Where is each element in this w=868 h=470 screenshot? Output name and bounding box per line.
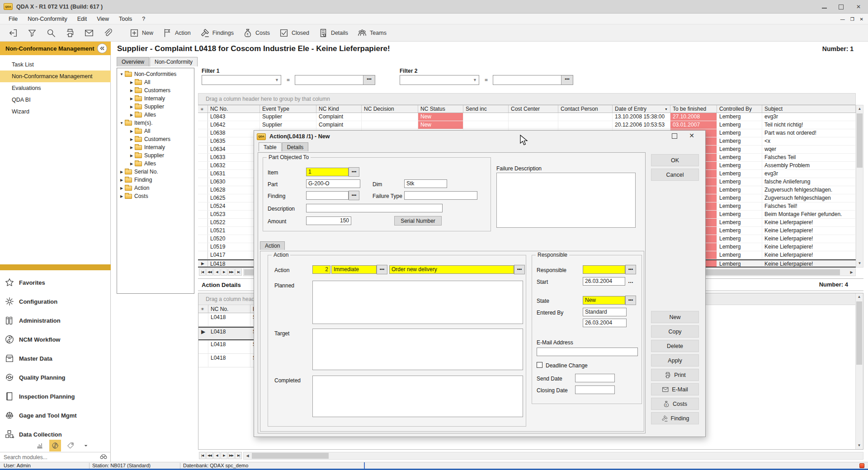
close-icon[interactable]: ✕ [689, 132, 694, 139]
tree-item-internaly[interactable]: ▶Internaly [117, 94, 194, 103]
e-mail-button[interactable]: E-Mail [651, 383, 699, 395]
sidebar-item-qda-bi[interactable]: QDA BI [0, 94, 111, 106]
nav-prev-button[interactable]: ◀ [213, 452, 220, 459]
details-toolbar-button[interactable]: Details [314, 26, 353, 40]
print-button[interactable]: Print [651, 369, 699, 381]
column-header-subject[interactable]: Subject [762, 105, 856, 113]
tree-item-alles[interactable]: ▶Alles [117, 111, 194, 119]
collapsed-arrow-icon[interactable]: ▶ [119, 178, 124, 182]
binoculars-icon[interactable] [100, 453, 107, 461]
apply-button[interactable]: Apply [651, 354, 699, 367]
scroll-up-icon[interactable]: ▲ [856, 105, 863, 113]
filter2-field-select[interactable]: ▼ [400, 75, 479, 85]
tab-overview[interactable]: Overview [117, 57, 149, 66]
sidebar-item-non-conformance-management[interactable]: Non-Conformance Management [0, 70, 111, 82]
menu-?[interactable]: ? [138, 14, 149, 24]
completed-field[interactable] [312, 376, 523, 417]
tree-item-alles[interactable]: ▶Alles [117, 160, 194, 168]
group-by-bar[interactable]: Drag a column header here to group by th… [198, 93, 856, 105]
failure-description-field[interactable] [496, 173, 636, 228]
item-browse-button[interactable]: ▪▪▪ [349, 167, 359, 177]
entered-date-field[interactable]: 26.03.2004 [583, 319, 627, 327]
column-header-send-inc[interactable]: Send inc [463, 105, 509, 113]
collapsed-arrow-icon[interactable]: ▶ [129, 89, 134, 93]
bar-chart-icon[interactable] [34, 440, 46, 451]
costs-toolbar-button[interactable]: €Costs [238, 26, 274, 40]
printer-toolbar-button[interactable] [61, 26, 80, 40]
send-date-field[interactable] [575, 374, 615, 382]
module-gage-and-tool-mgmt[interactable]: Gage and Tool Mgmt [0, 406, 111, 425]
tree-item-internaly[interactable]: ▶Internaly [117, 143, 194, 151]
filter2-value-input[interactable]: ▪▪▪ [493, 75, 573, 85]
table-row[interactable]: L0642SupplierComplaintNew20.12.2006 10:5… [198, 121, 856, 129]
new-button[interactable]: New [651, 311, 699, 323]
action-type-field[interactable]: Immediate [331, 265, 377, 274]
responsible-field[interactable] [583, 265, 625, 274]
filter1-browse-button[interactable]: ▪▪▪ [363, 75, 375, 85]
nav-next-button[interactable]: ▶ [221, 268, 227, 276]
filter2-browse-button[interactable]: ▪▪▪ [561, 75, 573, 85]
collapsed-arrow-icon[interactable]: ▶ [129, 80, 134, 85]
grid-vertical-scrollbar[interactable]: ▲ ▼ [856, 105, 863, 268]
action-details-vertical-scrollbar[interactable]: ▲ ▼ [855, 293, 863, 449]
scroll-down-icon[interactable]: ▼ [856, 260, 863, 267]
serial-number-button[interactable]: Serial Number [394, 216, 442, 226]
column-header-nc-kind[interactable]: NC Kind [316, 105, 362, 113]
closing-date-field[interactable] [575, 385, 615, 394]
dialog-titlebar[interactable]: QDA Action(L0418 /1) - New [254, 131, 705, 142]
menu-tools[interactable]: Tools [115, 14, 136, 24]
nav-next-page-button[interactable]: ▶▶ [228, 268, 235, 276]
sidebar-item-wizard[interactable]: Wizard [0, 106, 111, 118]
bottom-horizontal-scrollbar[interactable]: ◀ [243, 452, 863, 460]
state-field[interactable]: New [583, 296, 625, 305]
minimize-icon[interactable] [822, 5, 827, 9]
tag-icon[interactable] [65, 440, 76, 451]
module-master-data[interactable]: Master Data [0, 349, 111, 368]
menu-non-conformity[interactable]: Non-Conformity [24, 14, 71, 24]
module-configuration[interactable]: Configuration [0, 292, 111, 311]
collapse-left-icon[interactable] [97, 43, 107, 53]
collapsed-arrow-icon[interactable]: ▶ [129, 137, 134, 141]
tree-item-supplier[interactable]: ▶Supplier [117, 151, 194, 160]
column-header-nc-no-[interactable]: NC No. [208, 105, 260, 113]
yin-yang-icon[interactable] [49, 440, 61, 451]
new-toolbar-button[interactable]: New [125, 26, 158, 40]
nav-prev-page-button[interactable]: ◀◀ [206, 452, 213, 459]
cancel-button[interactable]: Cancel [651, 169, 699, 181]
mdi-restore-icon[interactable]: ❐ [850, 17, 854, 22]
teams-toolbar-button[interactable]: Teams [353, 26, 391, 40]
copy-button[interactable]: Copy [651, 325, 699, 338]
tree-item-customers[interactable]: ▶Customers [117, 86, 194, 94]
findings-toolbar-button[interactable]: Findings [195, 26, 238, 40]
expanded-arrow-icon[interactable]: ▼ [119, 72, 124, 76]
delete-button[interactable]: Delete [651, 340, 699, 352]
filter-toolbar-button[interactable] [23, 26, 42, 40]
tree-item-all[interactable]: ▶All [117, 78, 194, 86]
search-toolbar-button[interactable] [42, 26, 61, 40]
column-header-nc-status[interactable]: NC Status [418, 105, 463, 113]
description-field[interactable] [306, 204, 443, 212]
filter1-value-input[interactable]: ▪▪▪ [295, 75, 375, 85]
sidebar-item-evaluations[interactable]: Evaluations [0, 82, 111, 94]
planned-field[interactable] [312, 281, 523, 324]
module-quality-planning[interactable]: Quality Planning [0, 368, 111, 387]
dim-field[interactable]: Stk [404, 179, 447, 188]
collapsed-arrow-icon[interactable]: ▶ [129, 105, 134, 109]
responsible-browse-button[interactable]: ▪▪▪ [625, 265, 636, 274]
email-field[interactable] [537, 348, 638, 356]
deadline-change-checkbox[interactable] [537, 362, 542, 368]
nav-next-button[interactable]: ▶ [221, 452, 227, 459]
finding-field[interactable] [306, 191, 349, 200]
tree-item-costs[interactable]: ▶Costs [117, 192, 194, 200]
nav-first-button[interactable]: |◀ [199, 452, 206, 459]
collapsed-arrow-icon[interactable]: ▶ [129, 146, 134, 150]
filter1-field-select[interactable]: ▼ [202, 75, 281, 85]
maximize-icon[interactable] [672, 133, 677, 139]
column-header-date-of-entry[interactable]: Date of Entry▼ [613, 105, 670, 113]
tree-item-all[interactable]: ▶All [117, 127, 194, 135]
tree-item-customers[interactable]: ▶Customers [117, 135, 194, 143]
costs-button[interactable]: €Costs [651, 398, 699, 410]
failure-type-field[interactable] [404, 191, 477, 200]
nav-first-button[interactable]: |◀ [199, 268, 206, 276]
nav-next-page-button[interactable]: ▶▶ [228, 452, 235, 459]
